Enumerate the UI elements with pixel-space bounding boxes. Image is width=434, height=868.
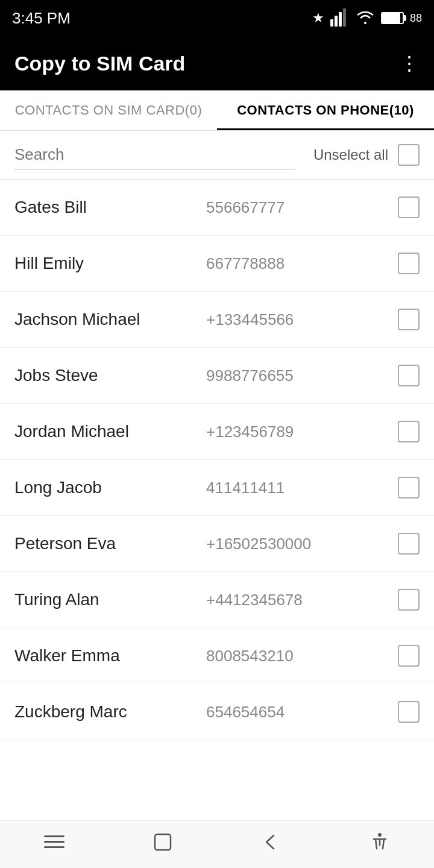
tabs-container: CONTACTS ON SIM CARD(0) CONTACTS ON PHON… [0, 90, 434, 131]
contact-name: Gates Bill [14, 198, 206, 217]
contact-checkbox-5[interactable] [398, 477, 420, 498]
contact-phone: +123456789 [206, 423, 398, 441]
contact-name: Turing Alan [14, 590, 206, 609]
battery-icon [381, 12, 404, 24]
battery-text: 88 [410, 12, 422, 25]
contact-checkbox-1[interactable] [398, 253, 420, 274]
contact-phone: 411411411 [206, 479, 398, 497]
svg-point-8 [378, 833, 382, 837]
nav-menu-button[interactable] [36, 826, 72, 863]
contact-phone: 654654654 [206, 703, 398, 722]
contact-name: Zuckberg Marc [14, 702, 206, 722]
menu-icon [44, 832, 64, 857]
contact-phone: 667778888 [206, 254, 398, 273]
contact-row: Hill Emily 667778888 [0, 236, 434, 292]
svg-rect-1 [335, 16, 338, 27]
svg-rect-4 [44, 835, 64, 837]
contact-checkbox-2[interactable] [398, 309, 420, 330]
svg-rect-5 [44, 841, 64, 843]
tab-sim-card[interactable]: CONTACTS ON SIM CARD(0) [0, 90, 217, 130]
contact-row: Zuckberg Marc 654654654 [0, 684, 434, 740]
tab-phone-contacts[interactable]: CONTACTS ON PHONE(10) [217, 90, 434, 130]
contact-row: Turing Alan +4412345678 [0, 572, 434, 628]
more-options-button[interactable]: ⋮ [400, 52, 420, 75]
contact-checkbox-7[interactable] [398, 589, 420, 611]
search-input[interactable] [14, 140, 295, 169]
contact-name: Walker Emma [14, 646, 206, 665]
contact-row: Long Jacob 411411411 [0, 460, 434, 516]
contact-list: Gates Bill 556667777 Hill Emily 66777888… [0, 180, 434, 740]
back-icon [263, 832, 280, 857]
accessibility-icon [370, 832, 390, 857]
search-wrapper [14, 140, 295, 169]
contact-checkbox-3[interactable] [398, 365, 420, 386]
app-header: Copy to SIM Card ⋮ [0, 36, 434, 90]
search-row: Unselect all [0, 131, 434, 180]
svg-rect-2 [339, 12, 342, 27]
contact-name: Long Jacob [14, 478, 206, 497]
nav-accessibility-button[interactable] [362, 826, 398, 863]
svg-rect-7 [155, 834, 171, 850]
contact-phone: +16502530000 [206, 535, 398, 553]
contact-checkbox-4[interactable] [398, 421, 420, 442]
svg-rect-6 [44, 846, 64, 848]
nav-home-button[interactable] [145, 826, 181, 863]
bottom-nav [0, 820, 434, 868]
contact-row: Jobs Steve 9988776655 [0, 348, 434, 404]
status-time: 3:45 PM [12, 9, 71, 28]
contact-name: Jachson Michael [14, 310, 206, 329]
signal-icon [330, 8, 350, 28]
unselect-all-area: Unselect all [313, 144, 420, 166]
contact-checkbox-9[interactable] [398, 701, 420, 723]
contact-checkbox-8[interactable] [398, 645, 420, 667]
contact-row: Jordan Michael +123456789 [0, 404, 434, 460]
status-icons: ★ 88 [312, 8, 422, 28]
contact-row: Peterson Eva +16502530000 [0, 516, 434, 572]
unselect-all-checkbox[interactable] [398, 144, 420, 166]
home-icon [153, 832, 173, 857]
contact-row: Gates Bill 556667777 [0, 180, 434, 236]
contact-phone: 8008543210 [206, 647, 398, 665]
wifi-icon [356, 8, 375, 28]
contact-name: Jobs Steve [14, 366, 206, 385]
contact-phone: 556667777 [206, 198, 398, 217]
contact-phone: +4412345678 [206, 591, 398, 609]
contact-row: Walker Emma 8008543210 [0, 628, 434, 684]
contact-phone: +133445566 [206, 310, 398, 329]
contact-checkbox-0[interactable] [398, 197, 420, 218]
nav-back-button[interactable] [253, 826, 289, 863]
contact-checkbox-6[interactable] [398, 533, 420, 555]
contact-phone: 9988776655 [206, 366, 398, 385]
app-title: Copy to SIM Card [14, 52, 185, 75]
svg-rect-3 [343, 8, 346, 27]
contact-name: Jordan Michael [14, 422, 206, 441]
status-bar: 3:45 PM ★ 88 [0, 0, 434, 36]
svg-rect-0 [330, 19, 333, 27]
contact-name: Hill Emily [14, 254, 206, 273]
contact-name: Peterson Eva [14, 534, 206, 553]
unselect-all-label[interactable]: Unselect all [313, 146, 388, 163]
bluetooth-icon: ★ [312, 10, 324, 26]
contact-row: Jachson Michael +133445566 [0, 292, 434, 348]
